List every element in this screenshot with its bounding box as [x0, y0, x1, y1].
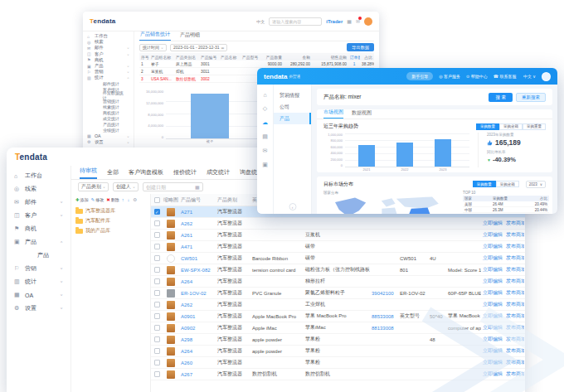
rail-icon[interactable]: ✉ [263, 148, 268, 154]
category-select[interactable]: 产品类别∨ [78, 182, 109, 191]
sidebar-item[interactable]: 产品 [7, 249, 70, 262]
row-checkbox[interactable] [154, 348, 160, 354]
tab[interactable]: 数据视图 [352, 109, 372, 119]
collapse-sidebar-button[interactable]: ‹ [289, 203, 296, 211]
rail-icon[interactable]: ☁ [262, 119, 268, 126]
tab[interactable]: 成交统计 [207, 168, 230, 179]
sidebar-item[interactable]: ◎ 线索 [7, 182, 70, 196]
product-code-link[interactable]: ER-1OV-02 [179, 291, 216, 296]
sidebar-item[interactable]: ▦ OA ∨ [7, 288, 70, 302]
sidebar-item[interactable]: ⚑ 商机 [7, 222, 70, 235]
nav-item[interactable]: 公司 [274, 101, 311, 113]
sidebar-item[interactable]: ▥ 统计 ∨ [7, 275, 70, 288]
publish-link[interactable]: 发布商城 [506, 266, 524, 273]
edit-link[interactable]: 立即编辑 [483, 254, 503, 262]
tab[interactable]: 产品明细 [179, 31, 201, 41]
hs-code-link[interactable]: 39042100 [370, 291, 398, 296]
product-code-link[interactable]: A298 [179, 337, 216, 342]
rail-icon[interactable]: ◇ [263, 105, 267, 112]
product-code-link[interactable]: A264 [179, 279, 216, 284]
product-code-link[interactable]: A471 [179, 244, 216, 249]
sidebar-item[interactable]: ⚐ 营销 ∨ [83, 69, 134, 75]
row-checkbox[interactable] [154, 220, 160, 226]
tab[interactable]: 客户询盘模板 [129, 168, 163, 179]
table-row[interactable]: A471 汽车整流器 碳带 立即编辑 [151, 241, 525, 253]
tab[interactable]: 待审核 [80, 167, 97, 179]
product-code-link[interactable]: A260 [179, 361, 216, 365]
global-search-input[interactable] [269, 17, 322, 26]
publish-link[interactable]: 发布商城 [506, 289, 524, 297]
bar[interactable]: 2021 [358, 145, 375, 167]
table-row[interactable]: A264 汽车整流器 梯形拉杆 立即编辑 [151, 276, 525, 288]
sidebar-item[interactable]: ⌂ 工作台 [83, 33, 134, 39]
toggle-button[interactable]: 采购重量 [523, 123, 546, 130]
bar[interactable]: 2022 [396, 143, 413, 167]
product-code-link[interactable]: A0901 [179, 314, 216, 319]
guide-pill-button[interactable]: 新手引导 [406, 72, 433, 80]
toggle-button[interactable]: 采购金额 [499, 123, 523, 130]
row-checkbox[interactable] [154, 232, 160, 238]
publish-link[interactable]: 发布商城 [506, 231, 524, 239]
avatar[interactable] [364, 17, 372, 26]
rail-icon[interactable]: ⌂ [263, 92, 266, 98]
sidebar-item[interactable]: ⚙ 设置 ∨ [7, 302, 70, 315]
folder-item[interactable]: 我的产品库 [75, 227, 146, 235]
toggle-button[interactable]: 采购数量 [476, 123, 499, 130]
tree-tool-button[interactable]: ✎ 修改 [91, 197, 105, 202]
row-checkbox[interactable] [154, 290, 160, 296]
edit-link[interactable]: 立即编辑 [483, 231, 503, 239]
sidebar-item[interactable]: 商机统计 [83, 110, 134, 116]
product-code-link[interactable]: A261 [179, 233, 216, 238]
sidebar-item[interactable]: ✉ 邮件 ∨ [83, 45, 134, 51]
product-code-link[interactable]: A262 [179, 302, 216, 307]
language-switch[interactable]: 中文 [256, 19, 265, 24]
tab[interactable]: 全部 [107, 168, 119, 179]
sidebar-item[interactable]: 邮件统计 [83, 81, 134, 87]
product-code-link[interactable]: A271 [179, 210, 216, 215]
table-row[interactable]: EW-SPX-082 汽车整流器 tension control card 磁粉… [151, 264, 525, 276]
sidebar-item[interactable]: ▦ OA ∨ [83, 133, 134, 139]
top10-row[interactable]: 墨西哥 11.8M 9.20% [463, 213, 549, 214]
create-date-input[interactable]: ▦ [143, 182, 203, 191]
apps-icon[interactable]: ▦ [347, 18, 352, 24]
nav-item[interactable]: 产品 [274, 113, 311, 124]
hs-code-link[interactable]: 88133008 [370, 326, 398, 331]
row-checkbox[interactable] [154, 244, 160, 249]
top10-row[interactable]: 中国 26.3M 20.44% [463, 207, 549, 213]
rail-icon[interactable]: ▤ [262, 133, 268, 140]
tree-tool-button[interactable]: ⚙ [133, 197, 138, 202]
product-code-link[interactable]: CW501 [179, 256, 216, 261]
edit-link[interactable]: 立即编辑 [483, 220, 503, 227]
header-menu-item[interactable]: 中文 ∨ [522, 74, 536, 79]
hs-code-link[interactable]: 88533008 [370, 314, 398, 319]
edit-link[interactable]: 立即编辑 [483, 266, 503, 273]
year-select[interactable]: 2023∨ [526, 181, 546, 188]
row-checkbox[interactable] [154, 302, 160, 307]
rail-icon[interactable]: ▣ [262, 162, 268, 168]
edit-link[interactable]: 立即编辑 [483, 278, 503, 285]
bar[interactable]: 2023 [435, 139, 451, 167]
row-checkbox[interactable] [154, 278, 160, 284]
sidebar-item[interactable]: ⚐ 营销 ∨ [7, 262, 70, 275]
date-field[interactable] [143, 185, 195, 190]
edit-link[interactable]: 立即编辑 [483, 243, 503, 250]
sidebar-item[interactable]: ◫ 客户 ∨ [83, 51, 134, 57]
folder-item[interactable]: 汽车整流器库 [75, 207, 146, 215]
tree-tool-button[interactable]: ✖ 删除 [106, 197, 119, 202]
publish-link[interactable]: 发布商城 [506, 254, 524, 262]
folder-item[interactable]: 汽车配件库 [75, 217, 146, 225]
sidebar-item[interactable]: ◎ 线索 [83, 39, 134, 45]
product-code-link[interactable]: A267 [179, 372, 216, 377]
publish-link[interactable]: 发布商城 [506, 278, 524, 285]
export-button[interactable]: 导出数据 [347, 43, 374, 51]
product-code-link[interactable]: A264 [179, 349, 216, 354]
row-checkbox[interactable] [154, 371, 160, 377]
sidebar-item[interactable]: 线索统计 [83, 104, 134, 110]
bar[interactable]: 被子 [191, 94, 229, 138]
header-menu-item[interactable]: ☎ 联系客服 [494, 74, 517, 79]
row-checkbox[interactable] [154, 313, 160, 319]
product-code-link[interactable]: A0902 [179, 326, 216, 331]
sidebar-item[interactable]: ▥ 统计 ∧ [83, 75, 134, 80]
row-checkbox[interactable] [154, 360, 160, 365]
sidebar-item[interactable]: 业绩统计 [83, 128, 134, 133]
